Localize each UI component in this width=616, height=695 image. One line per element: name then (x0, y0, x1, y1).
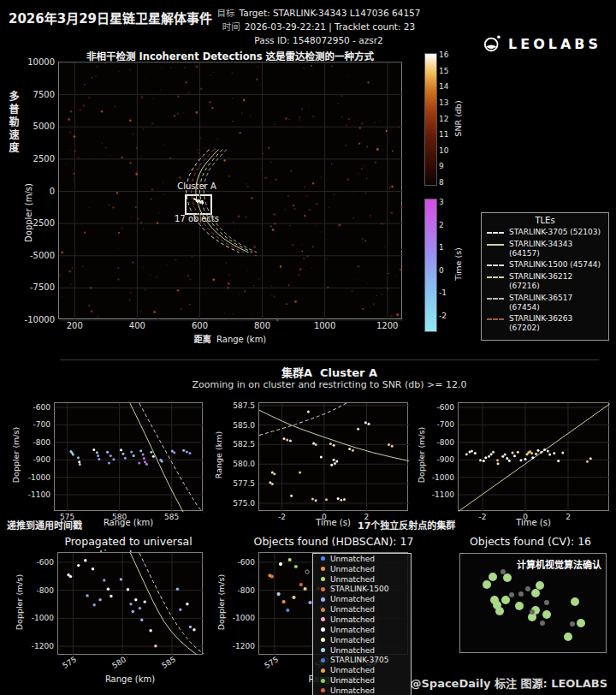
data-point (329, 443, 332, 445)
tle-track (139, 553, 204, 654)
data-point (107, 588, 110, 591)
leolabs-logo: LEOLABS (483, 34, 601, 53)
cv-detected-object (501, 596, 510, 604)
match-color-dot (321, 587, 325, 591)
match-color-dot (321, 577, 325, 581)
y-tick-label: -10000 (25, 316, 59, 324)
data-point (277, 592, 281, 596)
main-xlabel-zh: 距离 (194, 335, 211, 344)
mid-left-xlabel: Range (km) (54, 518, 203, 527)
time-colorbar (424, 199, 437, 332)
snr-colorbar (424, 53, 437, 186)
data-point (92, 448, 95, 451)
match-color-dot (321, 648, 325, 652)
data-point (269, 481, 271, 484)
data-point (501, 455, 504, 458)
data-point (176, 588, 179, 591)
data-point (124, 457, 127, 460)
colorbar-tick-label: 15 (439, 67, 448, 74)
data-point (142, 454, 145, 456)
cv-detected-object (503, 573, 512, 582)
y-tick-label: -1000 (28, 473, 55, 481)
y-tick-label: -5000 (30, 252, 59, 260)
data-point (289, 439, 292, 442)
match-legend-row: Unmatched (313, 635, 411, 645)
match-legend-row: Unmatched (313, 625, 411, 635)
data-point (150, 451, 152, 454)
match-legend-row: STARLINK-1500 (313, 585, 411, 595)
cv-candidate-object (518, 591, 524, 597)
y-tick-label: -600 (33, 404, 55, 412)
match-color-dot (321, 617, 325, 621)
y-tick-label: -600 (37, 558, 58, 566)
data-point (173, 451, 175, 454)
data-point (325, 498, 328, 501)
colorbar-tick-label: 16 (439, 51, 448, 59)
data-point (517, 451, 519, 454)
y-tick-label: 2500 (33, 155, 59, 163)
data-point (504, 454, 506, 456)
y-tick-label: 7500 (33, 91, 59, 99)
data-point (530, 452, 533, 454)
mid-left-ylabel: Doppler (m/s) (11, 408, 21, 502)
data-point (201, 200, 203, 202)
colorbar-tick-label: 12 (439, 115, 448, 122)
match-label: Unmatched (330, 686, 375, 695)
data-point (279, 562, 282, 566)
mid-center-ylabel: Range (km) (214, 408, 223, 502)
data-point (283, 437, 286, 440)
tle-entry-label: STARLINK-36517 (67454) (509, 294, 603, 312)
data-point (195, 199, 197, 200)
data-point (290, 495, 293, 497)
cluster-title-zh: 集群A (281, 366, 312, 379)
data-point (547, 450, 549, 453)
data-point (320, 456, 323, 459)
tle-line-sample (487, 264, 504, 266)
main-ylabel-zh: 多普勒速度 (6, 91, 21, 155)
pass-id-value: Pass ID: 1548072950 - azsr2 (254, 35, 382, 45)
y-tick-label: 587.5 (233, 401, 259, 409)
data-point (79, 463, 81, 466)
cv-candidate-object (525, 586, 530, 591)
match-color-dot (321, 567, 325, 571)
data-point (271, 471, 274, 473)
snr-colorbar-label: SNR (db) (453, 76, 463, 162)
cv-candidate-object (544, 600, 549, 605)
main-xlabel: 距离 Range (km) (58, 332, 402, 345)
data-point (557, 460, 560, 462)
midCenter-canvas (259, 403, 409, 512)
match-color-dot (321, 608, 325, 612)
data-point (140, 619, 143, 621)
data-point (98, 458, 100, 460)
y-tick-label: -600 (238, 558, 259, 566)
match-label: Unmatched (330, 636, 375, 645)
cv-detected-object (495, 607, 504, 615)
data-point (145, 463, 148, 466)
data-point (161, 460, 163, 462)
data-point (152, 455, 155, 458)
data-point (330, 464, 333, 466)
cv-detected-object (489, 573, 497, 581)
tle-legend-entry: STARLINK-34343 (64157) (487, 240, 603, 258)
data-point (179, 609, 181, 611)
tle-legend-entry: STARLINK-1500 (45744) (487, 260, 603, 270)
data-point (553, 452, 555, 454)
data-point (273, 472, 275, 475)
x-tick-label: 600 (192, 322, 208, 330)
data-point (84, 559, 86, 561)
match-legend-row: STARLINK-3705 (313, 655, 411, 665)
main-plot-title: 非相干检测 Incoherent Detections 这是雷达检测的一种方式 (58, 49, 402, 62)
data-point (69, 575, 72, 578)
bottom-center-ylabel: Doppler (m/s) (216, 555, 226, 650)
match-color-dot (321, 627, 325, 632)
data-point (561, 452, 564, 454)
y-tick-label: 10000 (27, 58, 59, 67)
data-point (282, 600, 286, 603)
data-point (496, 459, 499, 461)
match-legend-row: Unmatched (313, 554, 411, 564)
y-tick-label: -800 (37, 586, 58, 594)
y-tick-label: -800 (238, 586, 259, 594)
match-color-dot (321, 679, 325, 683)
data-point (586, 460, 589, 463)
match-legend-row: Unmatched (313, 574, 411, 585)
